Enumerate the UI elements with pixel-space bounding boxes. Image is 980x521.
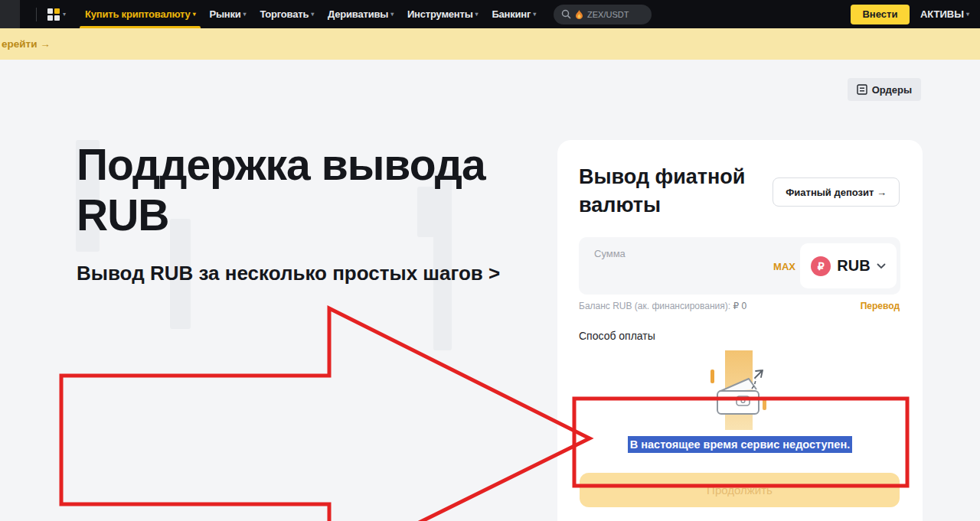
amount-input[interactable]: Сумма MAX ₽ RUB	[579, 237, 900, 295]
nav-right-group: Внести АКТИВЫ ▾	[851, 5, 980, 24]
fiat-withdrawal-card: Вывод фиатной валюты Фиатный депозит → С…	[557, 140, 923, 521]
grid-squares-icon	[47, 8, 60, 21]
search-query-text: ZEX/USDT	[587, 10, 629, 19]
banner-link[interactable]: ерейти →	[2, 38, 51, 50]
menu-item-label: Торговать	[260, 8, 309, 20]
menu-item-label: Банкинг	[492, 8, 531, 20]
rub-coin-icon: ₽	[811, 256, 831, 276]
chevron-down-icon: ▾	[243, 11, 247, 18]
menu-item-label: Инструменты	[407, 8, 473, 20]
service-notice-wrap: В настоящее время сервис недоступен.	[557, 438, 923, 451]
top-navbar: ▾ Купить криптовалюту ▾ Рынки ▾ Торговат…	[0, 0, 980, 28]
balance-label-text: Баланс RUB (ак. финансирования):	[579, 301, 730, 311]
orders-button[interactable]: Ордеры	[848, 78, 921, 101]
chevron-down-icon	[877, 263, 886, 269]
wallet-illustration	[681, 344, 796, 436]
chevron-down-icon: ▾	[475, 11, 479, 18]
card-title-line1: Вывод фиатной	[579, 163, 745, 191]
continue-button[interactable]: Продолжить	[580, 473, 900, 507]
promo-banner: ерейти →	[0, 28, 980, 60]
hero-section: Поддержка вывода RUB Вывод RUB за нескол…	[77, 139, 551, 289]
main-menu: Купить криптовалюту ▾ Рынки ▾ Торговать …	[78, 0, 543, 28]
chevron-down-icon: ▾	[533, 11, 536, 18]
menu-item-banking[interactable]: Банкинг ▾	[485, 0, 543, 28]
payment-method-label: Способ оплаты	[579, 330, 655, 342]
flame-icon	[576, 10, 583, 19]
search-input[interactable]: ZEX/USDT	[554, 5, 652, 24]
page-subtitle-link[interactable]: Вывод RUB за несколько простых шагов >	[77, 257, 551, 289]
balance-row: Баланс RUB (ак. финансирования): ₽ 0 Пер…	[579, 301, 900, 311]
fiat-deposit-button[interactable]: Фиатный депозит →	[773, 177, 900, 207]
nav-divider	[36, 8, 37, 21]
chevron-down-icon: ▾	[390, 11, 394, 18]
search-icon	[561, 9, 571, 19]
wallet-clasp	[737, 396, 750, 405]
decor-small-bar	[763, 398, 766, 410]
apps-grid-icon[interactable]: ▾	[47, 8, 66, 21]
main-content: Ордеры Поддержка вывода RUB Вывод RUB за…	[0, 60, 980, 521]
deposit-button[interactable]: Внести	[851, 5, 910, 24]
menu-item-trade[interactable]: Торговать ▾	[253, 0, 321, 28]
menu-item-buy-crypto[interactable]: Купить криптовалюту ▾	[78, 0, 202, 28]
cropped-edge-element	[0, 0, 20, 28]
chevron-down-icon: ▾	[966, 11, 969, 18]
menu-item-label: Рынки	[209, 8, 240, 20]
assets-label: АКТИВЫ	[920, 8, 964, 20]
orders-list-icon	[857, 84, 867, 95]
currency-selector[interactable]: ₽ RUB	[800, 243, 897, 288]
amount-label: Сумма	[594, 248, 626, 259]
service-unavailable-notice: В настоящее время сервис недоступен.	[628, 436, 852, 453]
menu-item-tools[interactable]: Инструменты ▾	[400, 0, 485, 28]
chevron-down-icon: ▾	[193, 11, 196, 18]
decor-small-bar	[710, 370, 714, 383]
balance-value: ₽ 0	[733, 301, 746, 311]
currency-code: RUB	[837, 257, 870, 275]
balance-label: Баланс RUB (ак. финансирования): ₽ 0	[579, 301, 746, 311]
transfer-link[interactable]: Перевод	[861, 301, 900, 311]
page-title-line1: Поддержка вывода	[77, 139, 551, 190]
chevron-down-icon: ▾	[63, 11, 66, 18]
menu-item-label: Купить криптовалюту	[85, 8, 191, 20]
fly-out-arrow-icon	[755, 370, 763, 378]
menu-item-label: Деривативы	[328, 8, 388, 20]
page-title: Поддержка вывода RUB	[77, 139, 551, 240]
menu-item-derivatives[interactable]: Деривативы ▾	[321, 0, 400, 28]
max-button[interactable]: MAX	[773, 261, 795, 272]
orders-label: Ордеры	[872, 84, 912, 96]
assets-menu-button[interactable]: АКТИВЫ ▾	[920, 8, 969, 20]
card-title-line2: валюты	[579, 191, 745, 220]
menu-item-markets[interactable]: Рынки ▾	[202, 0, 253, 28]
card-title: Вывод фиатной валюты	[579, 163, 745, 220]
page-title-line2: RUB	[77, 190, 551, 240]
chevron-down-icon: ▾	[311, 11, 314, 18]
